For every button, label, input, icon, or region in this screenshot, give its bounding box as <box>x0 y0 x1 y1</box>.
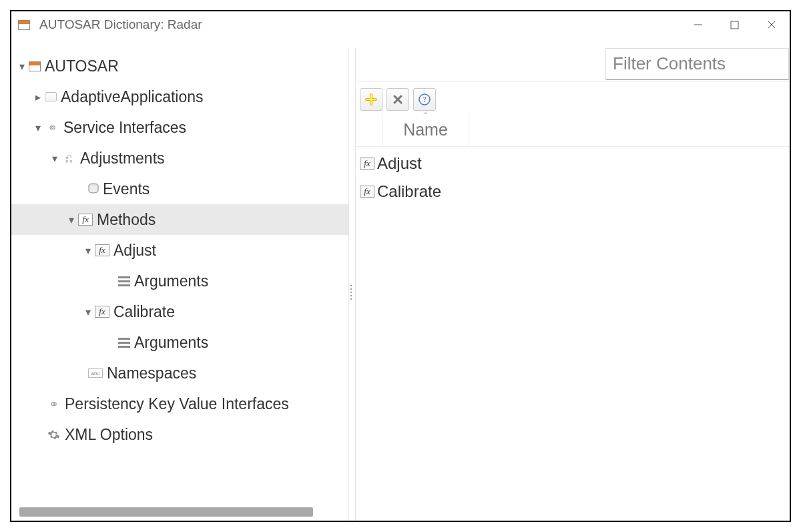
tree-node-methods[interactable]: ▾ fx Methods <box>11 204 348 235</box>
close-icon <box>767 20 776 29</box>
horizontal-scrollbar[interactable] <box>19 507 313 517</box>
tree-node-events[interactable]: Events <box>11 174 348 204</box>
tree-label: AdaptiveApplications <box>61 88 204 106</box>
filter-input[interactable]: Filter Contents <box>605 48 789 80</box>
list-body: fx Adjust fx Calibrate <box>356 147 790 206</box>
tree-label: Arguments <box>134 272 208 290</box>
detail-pane: Filter Contents ? Name <box>355 48 790 521</box>
app-icon <box>18 20 30 30</box>
tree-pane: ▾ AUTOSAR ▸ AdaptiveApplications ▾ ⚭ Ser… <box>11 48 348 521</box>
tree-node-autosar[interactable]: ▾ AUTOSAR <box>11 51 348 81</box>
arguments-icon <box>118 274 130 288</box>
close-button[interactable] <box>753 11 790 38</box>
name-column-header[interactable]: Name <box>382 113 469 146</box>
chevron-down-icon[interactable]: ▾ <box>31 121 45 134</box>
svg-text:?: ? <box>423 95 426 104</box>
tree-label: Namespaces <box>107 364 196 382</box>
tree-label: Calibrate <box>113 303 175 321</box>
title-left: AUTOSAR Dictionary: Radar <box>11 17 202 32</box>
tree-node-persistency[interactable]: ⚭ Persistency Key Value Interfaces <box>11 388 348 419</box>
tree-node-adjustments[interactable]: ▾ ⎌ Adjustments <box>11 143 348 174</box>
titlebar: AUTOSAR Dictionary: Radar <box>11 11 790 38</box>
arguments-icon <box>118 335 130 350</box>
toolbar: ? <box>356 81 790 113</box>
autosar-icon <box>29 61 41 71</box>
filter-spacer <box>356 48 605 81</box>
tree-label: Arguments <box>134 334 208 352</box>
window-frame: AUTOSAR Dictionary: Radar ▾ AUTOSAR <box>10 10 791 522</box>
tree-node-calibrate[interactable]: ▾ fx Calibrate <box>11 296 348 327</box>
interfaces-icon: ⚭ <box>46 396 61 411</box>
splitter-grip-icon <box>350 285 352 300</box>
fx-icon: fx <box>78 214 93 226</box>
minimize-button[interactable] <box>680 11 716 38</box>
chevron-down-icon[interactable]: ▾ <box>65 214 78 226</box>
tree-node-adaptive-applications[interactable]: ▸ AdaptiveApplications <box>11 81 348 112</box>
chevron-down-icon[interactable]: ▾ <box>48 152 61 165</box>
fx-icon: fx <box>95 244 109 256</box>
tree-label: Persistency Key Value Interfaces <box>65 395 289 413</box>
maximize-icon <box>730 21 739 29</box>
list-item-label: Calibrate <box>377 182 441 201</box>
gear-icon <box>46 427 61 442</box>
tree-label: Service Interfaces <box>63 119 186 137</box>
list-item-calibrate[interactable]: fx Calibrate <box>356 178 790 206</box>
tree-label: XML Options <box>65 426 153 444</box>
chevron-right-icon[interactable]: ▸ <box>31 91 45 103</box>
fx-icon: fx <box>360 186 374 198</box>
events-icon <box>88 182 99 196</box>
tree-node-adjust-arguments[interactable]: Arguments <box>11 266 348 296</box>
body: ▾ AUTOSAR ▸ AdaptiveApplications ▾ ⚭ Ser… <box>11 48 790 521</box>
chevron-down-icon[interactable]: ▾ <box>81 244 95 257</box>
header-label: Name <box>403 120 448 140</box>
chevron-down-icon[interactable]: ▾ <box>81 306 95 318</box>
splitter[interactable] <box>348 48 355 521</box>
add-button[interactable] <box>360 88 382 111</box>
fx-icon: fx <box>95 306 109 318</box>
tree-node-xml-options[interactable]: XML Options <box>11 419 348 450</box>
tree-label: Adjustments <box>80 150 165 168</box>
folder-icon <box>45 92 57 101</box>
abc-icon: abc <box>88 368 103 378</box>
tree-node-calibrate-arguments[interactable]: Arguments <box>11 327 348 358</box>
tree: ▾ AUTOSAR ▸ AdaptiveApplications ▾ ⚭ Ser… <box>11 48 348 450</box>
tree-label: Adjust <box>113 242 156 260</box>
chevron-down-icon[interactable]: ▾ <box>15 60 29 73</box>
tree-node-service-interfaces[interactable]: ▾ ⚭ Service Interfaces <box>11 112 348 143</box>
list-item-adjust[interactable]: fx Adjust <box>356 150 790 178</box>
help-icon: ? <box>419 93 431 105</box>
maximize-button[interactable] <box>716 11 753 38</box>
tree-label: Events <box>103 180 150 198</box>
component-icon: ⎌ <box>61 151 76 166</box>
help-button[interactable]: ? <box>413 88 436 111</box>
tree-label: AUTOSAR <box>45 57 119 75</box>
minimize-icon <box>694 20 703 29</box>
tree-label: Methods <box>97 211 156 229</box>
list-item-label: Adjust <box>377 154 422 173</box>
interfaces-icon: ⚭ <box>45 120 59 135</box>
tree-node-adjust[interactable]: ▾ fx Adjust <box>11 235 348 266</box>
header-spacer <box>356 113 382 146</box>
filter-placeholder: Filter Contents <box>613 53 726 74</box>
delete-button[interactable] <box>386 88 409 111</box>
plus-icon <box>365 93 377 105</box>
fx-icon: fx <box>360 158 374 170</box>
svg-rect-1 <box>731 21 738 29</box>
filter-row: Filter Contents <box>356 48 790 81</box>
tree-node-namespaces[interactable]: abc Namespaces <box>11 358 348 388</box>
window-controls <box>680 11 790 38</box>
list-header: Name <box>356 113 790 147</box>
x-icon <box>392 94 403 105</box>
window-title: AUTOSAR Dictionary: Radar <box>39 17 202 32</box>
